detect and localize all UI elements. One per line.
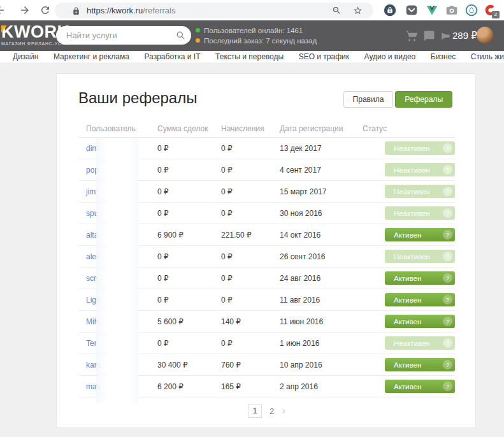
status-label: Неактивен [385, 210, 443, 217]
referrals-card: Ваши рефералы Правила Рефералы Пользоват… [56, 73, 476, 428]
page-number[interactable]: 1 [248, 404, 262, 418]
status-badge: Неактивен? [385, 336, 455, 350]
deal-sum: 30 400 ₽ [150, 361, 213, 369]
accrual: 0 ₽ [213, 209, 272, 218]
registration-date: 11 авг 2016 [272, 296, 355, 304]
nav-item[interactable]: Дизайн [13, 52, 38, 61]
referrals-button[interactable]: Рефералы [395, 91, 452, 108]
accrual: 0 ₽ [213, 252, 272, 261]
help-icon[interactable]: ? [443, 317, 452, 326]
extension-camera-icon[interactable] [445, 4, 458, 17]
url-text[interactable]: https://kwork.ru/referrals [87, 6, 175, 15]
nav-item[interactable]: Маркетинг и реклама [54, 52, 129, 61]
help-icon[interactable]: ? [443, 208, 452, 218]
back-icon[interactable] [0, 4, 6, 16]
extension-drop-icon[interactable] [465, 4, 478, 17]
order-dot-icon [196, 38, 200, 43]
extension-vue-icon[interactable] [426, 4, 438, 17]
address-bar[interactable]: https://kwork.ru/referrals [55, 3, 373, 18]
accrual: 0 ₽ [213, 296, 272, 304]
extension-badge: 2 [492, 11, 500, 18]
head-buttons: Правила Рефералы [343, 91, 452, 108]
help-icon[interactable]: ? [443, 295, 452, 304]
deal-sum: 0 ₽ [150, 166, 213, 175]
accrual: 760 ₽ [213, 361, 272, 369]
column-header: Дата регистрации [272, 124, 355, 133]
status-label: Неактивен [385, 166, 443, 174]
help-icon[interactable]: ? [443, 338, 452, 348]
deal-sum: 6 200 ₽ [150, 382, 213, 391]
nav-item[interactable]: Тексты и переводы [215, 52, 284, 61]
page-title: Ваши рефералы [78, 89, 197, 107]
next-page-icon[interactable]: › [282, 405, 285, 417]
status-label: Активен [385, 383, 443, 390]
help-icon[interactable]: ? [443, 187, 452, 196]
site-header: KWORK МАГАЗИН ФРИЛАНС-УСЛУГ Найти услуги… [0, 20, 504, 51]
deal-sum: 0 ₽ [150, 274, 213, 283]
registration-date: 24 авг 2016 [272, 274, 355, 283]
column-header: Пользователь [78, 124, 150, 133]
accrual: 0 ₽ [213, 144, 272, 153]
search-placeholder: Найти услуги [66, 31, 117, 40]
status-badge: Неактивен? [385, 141, 455, 155]
extension-colorzilla-icon[interactable]: 2 [484, 4, 497, 17]
search-icon[interactable] [176, 31, 185, 40]
registration-date: 14 окт 2016 [272, 231, 355, 240]
registration-date: 30 ноя 2016 [272, 209, 355, 218]
page-background: Ваши рефералы Правила Рефералы Пользоват… [0, 62, 504, 437]
messages-icon[interactable] [423, 30, 435, 42]
accrual: 0 ₽ [213, 187, 272, 196]
deal-sum: 0 ₽ [150, 252, 213, 261]
deal-sum: 0 ₽ [150, 296, 213, 304]
status-label: Активен [385, 296, 443, 304]
deal-sum: 5 600 ₽ [150, 317, 213, 326]
online-dot-icon [196, 28, 200, 32]
category-nav: ДизайнМаркетинг и рекламаРазработка и IT… [0, 51, 504, 62]
deal-sum: 0 ₽ [150, 209, 213, 218]
help-icon[interactable]: ? [443, 165, 452, 175]
help-icon[interactable]: ? [443, 143, 452, 153]
nav-item[interactable]: SEO и трафик [299, 52, 349, 61]
online-counter: Пользователей онлайн: 1461 [196, 25, 317, 36]
deal-sum: 0 ₽ [150, 339, 213, 348]
help-icon[interactable]: ? [443, 252, 452, 261]
help-icon[interactable]: ? [443, 230, 452, 240]
nav-item[interactable]: Аудио и видео [364, 52, 416, 61]
zoom-out-icon[interactable] [332, 6, 342, 15]
registration-date: 15 март 2017 [272, 187, 355, 196]
status-badge: Активен? [385, 315, 455, 328]
avatar[interactable] [477, 27, 493, 43]
bookmark-star-icon[interactable] [353, 6, 363, 15]
reload-icon[interactable] [40, 4, 51, 16]
accrual: 140 ₽ [213, 317, 272, 326]
last-order: Последний заказ: 7 секунд назад [196, 36, 317, 46]
deal-sum: 0 ₽ [150, 144, 213, 153]
referral-username-link[interactable]: Ter [86, 339, 97, 348]
help-icon[interactable]: ? [443, 382, 452, 391]
nav-item[interactable]: Бизнес [431, 52, 456, 61]
balance[interactable]: 289 ₽ [452, 30, 477, 41]
nav-item[interactable]: Разработка и IT [145, 52, 201, 61]
pagination: 12› [57, 404, 477, 418]
extension-pocket-icon[interactable] [405, 4, 418, 17]
megaphone-icon[interactable] [440, 30, 452, 42]
column-header: Начисления [213, 124, 272, 133]
status-label: Активен [385, 361, 443, 369]
status-badge: Активен? [385, 228, 455, 241]
accrual: 165 ₽ [213, 382, 272, 391]
extension-lock-icon[interactable] [384, 4, 396, 17]
status-label: Неактивен [385, 340, 443, 347]
referral-username-link[interactable]: jim [86, 187, 96, 196]
ssl-lock-icon[interactable] [72, 6, 80, 15]
table-header: ПользовательСумма сделокНачисленияДата р… [78, 120, 455, 138]
registration-date: 11 июн 2016 [272, 317, 355, 326]
help-icon[interactable]: ? [443, 273, 452, 283]
rules-button[interactable]: Правила [343, 91, 394, 108]
cart-icon[interactable] [406, 30, 418, 42]
status-label: Активен [385, 231, 443, 239]
status-badge: Неактивен? [385, 185, 455, 198]
help-icon[interactable]: ? [443, 360, 452, 369]
forward-icon[interactable] [19, 4, 31, 16]
page-number[interactable]: 2 [270, 406, 274, 416]
nav-item[interactable]: Стиль жи [471, 52, 504, 61]
